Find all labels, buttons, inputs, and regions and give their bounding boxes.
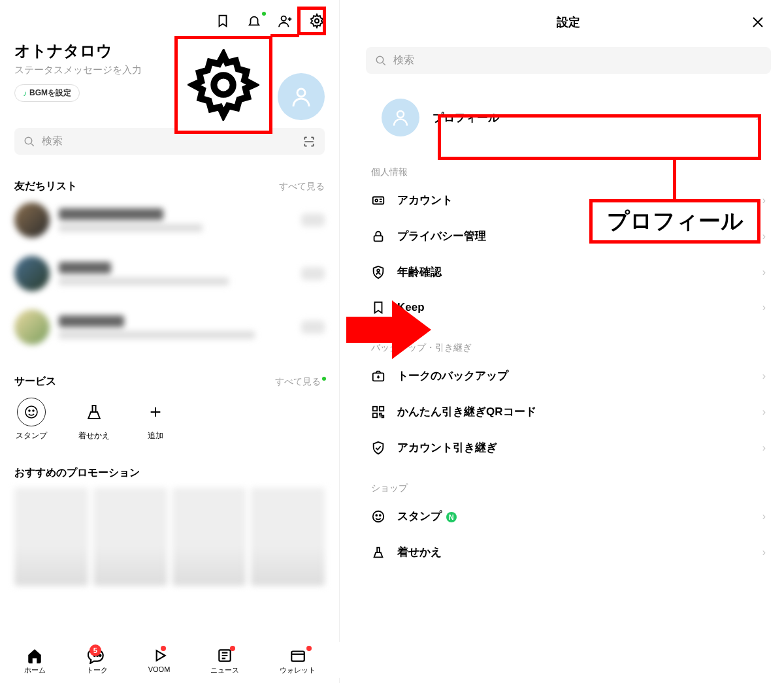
settings-profile-label: プロフィール bbox=[433, 110, 499, 125]
friends-see-all[interactable]: すべて見る bbox=[279, 181, 325, 193]
id-card-icon bbox=[371, 193, 385, 208]
chevron-right-icon: › bbox=[756, 112, 759, 123]
row-account-transfer[interactable]: アカウント引き継ぎ › bbox=[353, 430, 784, 466]
chevron-right-icon: › bbox=[762, 511, 766, 522]
profile-status[interactable]: ステータスメッセージを入力 bbox=[14, 64, 325, 76]
settings-title: 設定 bbox=[557, 14, 580, 30]
svg-point-2 bbox=[297, 89, 305, 97]
notification-dot-icon bbox=[262, 12, 266, 16]
search-placeholder: 検索 bbox=[42, 135, 296, 148]
bell-icon[interactable] bbox=[246, 13, 262, 29]
group-shop-label: ショップ bbox=[353, 466, 784, 498]
close-icon[interactable] bbox=[750, 14, 766, 30]
chevron-right-icon: › bbox=[762, 266, 766, 278]
svg-point-0 bbox=[282, 16, 286, 21]
avatar[interactable] bbox=[278, 73, 325, 120]
svg-point-12 bbox=[376, 56, 384, 63]
service-theme[interactable]: 着せかえ bbox=[78, 398, 110, 441]
chevron-right-icon: › bbox=[762, 302, 766, 313]
music-note-icon: ♪ bbox=[23, 89, 27, 98]
row-shop-theme[interactable]: 着せかえ › bbox=[353, 534, 784, 570]
svg-point-17 bbox=[377, 269, 380, 272]
smiley-icon bbox=[371, 509, 385, 524]
camera-icon bbox=[371, 369, 385, 383]
svg-point-22 bbox=[373, 511, 384, 522]
plus-icon bbox=[141, 398, 170, 426]
promo-section-header: おすすめのプロモーション bbox=[14, 466, 325, 480]
friends-section-header: 友だちリスト すべて見る bbox=[14, 180, 325, 193]
chevron-right-icon: › bbox=[762, 442, 766, 454]
row-shop-stamp[interactable]: スタンプ N › bbox=[353, 498, 784, 534]
avatar bbox=[382, 99, 419, 136]
settings-search-placeholder: 検索 bbox=[393, 54, 414, 67]
service-add[interactable]: 追加 bbox=[141, 398, 170, 441]
friends-title: 友だちリスト bbox=[14, 180, 77, 193]
group-personal-label: 個人情報 bbox=[353, 150, 784, 182]
lock-icon bbox=[371, 229, 385, 244]
svg-rect-16 bbox=[374, 236, 383, 241]
svg-rect-20 bbox=[380, 406, 384, 410]
dot-icon bbox=[230, 646, 235, 651]
top-icon-bar bbox=[0, 0, 339, 34]
add-friend-icon[interactable] bbox=[278, 13, 293, 29]
smiley-icon bbox=[17, 398, 46, 426]
search-icon bbox=[24, 136, 35, 148]
bgm-button[interactable]: ♪ BGMを設定 bbox=[14, 84, 80, 102]
chevron-right-icon: › bbox=[762, 230, 766, 242]
search-icon bbox=[375, 55, 387, 67]
svg-point-24 bbox=[380, 515, 381, 516]
tab-news[interactable]: ニュース bbox=[210, 647, 239, 675]
chevron-right-icon: › bbox=[762, 406, 766, 418]
svg-point-15 bbox=[375, 199, 378, 202]
settings-header: 設定 bbox=[353, 0, 784, 37]
qr-icon bbox=[371, 405, 385, 419]
annotation-connector bbox=[270, 34, 299, 37]
list-item[interactable] bbox=[14, 193, 325, 247]
shield-check-icon bbox=[371, 441, 385, 455]
settings-search-input[interactable]: 検索 bbox=[366, 47, 771, 74]
svg-point-23 bbox=[376, 515, 377, 516]
settings-profile-row[interactable]: プロフィール › bbox=[366, 86, 771, 150]
bookmark-icon[interactable] bbox=[215, 13, 231, 29]
services-section-header: サービス すべて見る bbox=[14, 375, 325, 389]
svg-point-13 bbox=[397, 111, 404, 118]
service-stamp[interactable]: スタンプ bbox=[16, 398, 47, 441]
row-qr-transfer[interactable]: かんたん引き継ぎQRコード › bbox=[353, 394, 784, 430]
svg-rect-21 bbox=[373, 413, 377, 417]
dot-icon bbox=[306, 646, 312, 651]
search-input[interactable]: 検索 bbox=[14, 128, 325, 155]
shield-icon bbox=[371, 265, 385, 279]
promo-list[interactable] bbox=[14, 480, 325, 594]
bottom-tab-bar: ホーム 5 トーク VOOM ニュース ウォレット bbox=[0, 642, 340, 678]
home-icon bbox=[25, 647, 44, 664]
tab-voom[interactable]: VOOM bbox=[148, 647, 171, 675]
talk-badge: 5 bbox=[90, 644, 101, 656]
tab-home[interactable]: ホーム bbox=[24, 647, 46, 675]
row-age-verify[interactable]: 年齢確認 › bbox=[353, 254, 784, 290]
annotation-connector bbox=[673, 159, 676, 200]
services-title: サービス bbox=[14, 375, 56, 389]
brush-icon bbox=[371, 545, 385, 560]
bgm-label: BGMを設定 bbox=[29, 87, 71, 99]
promo-title: おすすめのプロモーション bbox=[14, 466, 140, 480]
brush-icon bbox=[80, 398, 108, 426]
svg-point-9 bbox=[100, 655, 101, 656]
list-item[interactable] bbox=[14, 247, 325, 300]
tab-talk[interactable]: 5 トーク bbox=[86, 647, 108, 675]
profile-header: オトナタロウ ステータスメッセージを入力 ♪ BGMを設定 bbox=[0, 34, 339, 102]
chevron-right-icon: › bbox=[762, 370, 766, 382]
tab-wallet[interactable]: ウォレット bbox=[280, 647, 316, 675]
services-see-all[interactable]: すべて見る bbox=[275, 376, 325, 388]
row-privacy[interactable]: プライバシー管理 › bbox=[353, 218, 784, 254]
svg-rect-19 bbox=[373, 406, 377, 410]
svg-point-6 bbox=[33, 410, 34, 411]
profile-name: オトナタロウ bbox=[14, 40, 325, 61]
row-account[interactable]: アカウント › bbox=[353, 182, 784, 218]
row-backup[interactable]: トークのバックアップ › bbox=[353, 358, 784, 394]
svg-point-5 bbox=[29, 410, 30, 411]
wallet-icon bbox=[289, 647, 307, 664]
gear-icon[interactable] bbox=[309, 13, 325, 29]
list-item[interactable] bbox=[14, 300, 325, 354]
qr-scan-icon[interactable] bbox=[302, 135, 316, 148]
chevron-right-icon: › bbox=[762, 547, 766, 558]
